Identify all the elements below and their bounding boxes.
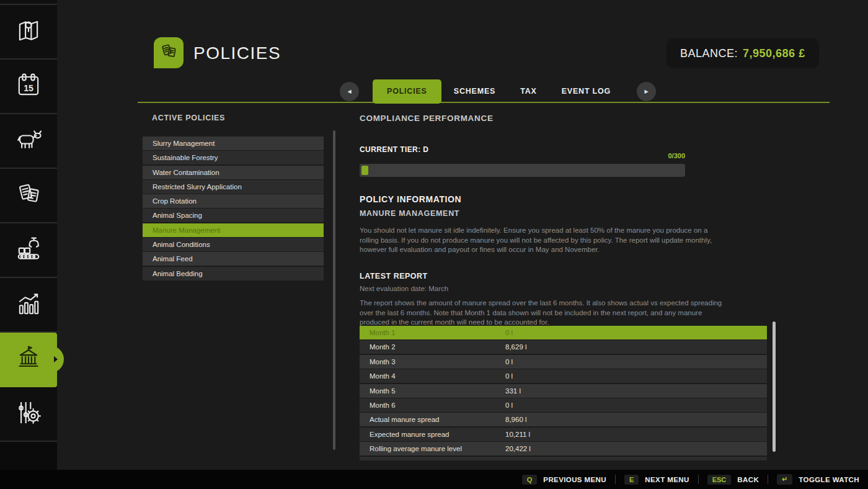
back-label: BACK (737, 476, 759, 483)
latest-report-heading: LATEST REPORT (360, 272, 428, 280)
row-label: Month 1 (360, 326, 505, 339)
policy-information-heading: POLICY INFORMATION (360, 194, 461, 204)
toggle-watch-button[interactable]: ↵ TOGGLE WATCH (777, 474, 859, 485)
table-row[interactable]: Month 5 331 l (360, 384, 767, 398)
row-label: Month 6 (360, 398, 505, 412)
policy-list-item[interactable]: Sustainable Forestry (143, 151, 324, 164)
policy-list-item[interactable]: Animal Feed (143, 252, 324, 266)
policy-name-heading: MANURE MANAGEMENT (360, 209, 459, 218)
sidebar-item-finances[interactable] (0, 333, 57, 387)
tab-schemes[interactable]: SCHEMES (441, 79, 508, 104)
tab-policies[interactable]: POLICIES (373, 79, 441, 104)
page-icon (154, 37, 184, 68)
page-title: POLICIES (193, 43, 281, 63)
table-row[interactable]: Rolling average manure level 20,422 l (360, 442, 767, 455)
policy-description: You should not let manure sit idle indef… (360, 226, 724, 255)
tab-event-log[interactable]: EVENT LOG (549, 79, 623, 104)
enter-key-icon: ↵ (777, 474, 792, 485)
row-value: 20,422 l (505, 442, 767, 455)
sidebar-nav: 15 (0, 0, 57, 470)
row-value (505, 457, 767, 460)
sliders-gear-icon (12, 397, 45, 431)
policy-list-item[interactable]: Animal Conditions (143, 238, 324, 251)
row-value: 8,960 l (505, 413, 767, 426)
table-row-selected[interactable]: Month 1 0 l (360, 326, 767, 339)
row-label: Month 5 (360, 384, 505, 398)
documents-icon (12, 178, 45, 213)
hotkey-bar: Q PREVIOUS MENU E NEXT MENU ESC BACK ↵ T… (0, 470, 868, 489)
row-label (360, 457, 505, 460)
key-esc: ESC (707, 475, 732, 485)
policy-list-item[interactable]: Animal Spacing (143, 209, 324, 222)
table-row[interactable]: Expected manure spread 10,211 l (360, 428, 767, 441)
next-evaluation-date: Next evaluation date: March (360, 285, 448, 292)
next-menu-button[interactable]: E NEXT MENU (624, 475, 689, 485)
arrow-right-icon: ▶ (645, 89, 649, 94)
policy-list-item[interactable]: Water Contamination (143, 166, 324, 179)
table-row[interactable]: Month 2 8,629 l (360, 340, 767, 354)
row-value: 8,629 l (505, 340, 767, 354)
back-button[interactable]: ESC BACK (707, 475, 759, 485)
row-label: Month 2 (360, 340, 505, 354)
report-description: The report shows the amount of manure sp… (360, 298, 724, 328)
footer-divider (615, 475, 616, 484)
policy-list-item-selected[interactable]: Manure Management (143, 223, 324, 237)
key-e: E (624, 475, 639, 485)
table-row[interactable]: Month 4 0 l (360, 369, 767, 383)
active-policies-heading: ACTIVE POLICIES (152, 114, 225, 122)
compliance-heading: COMPLIANCE PERFORMANCE (360, 114, 494, 123)
calendar-icon: 15 (12, 69, 45, 104)
policy-list-item[interactable]: Animal Bedding (143, 267, 324, 280)
tab-tax[interactable]: TAX (508, 79, 549, 104)
balance-label: BALANCE: (680, 47, 738, 60)
cow-icon (12, 123, 45, 158)
progress-fill (361, 166, 368, 175)
sidebar-item-map[interactable] (0, 5, 57, 60)
production-icon (12, 233, 45, 267)
sidebar-item-calendar[interactable]: 15 (0, 60, 57, 114)
arrow-left-icon: ◀ (347, 89, 351, 94)
table-row[interactable]: Actual manure spread 8,960 l (360, 413, 767, 426)
previous-menu-button[interactable]: Q PREVIOUS MENU (522, 475, 606, 485)
row-value: 0 l (505, 355, 767, 369)
row-label: Actual manure spread (360, 413, 505, 426)
previous-menu-label: PREVIOUS MENU (543, 476, 606, 483)
row-value: 0 l (505, 326, 767, 339)
table-row[interactable]: Month 3 0 l (360, 355, 767, 369)
next-menu-label: NEXT MENU (645, 476, 689, 483)
sidebar-item-settings[interactable] (0, 387, 57, 442)
bank-icon (12, 342, 45, 377)
footer-divider (698, 475, 699, 484)
policy-list-item[interactable]: Crop Rotation (143, 194, 324, 208)
row-label: Month 4 (360, 369, 505, 383)
footer-divider (768, 475, 768, 484)
policy-list-item[interactable]: Restricted Slurry Application (143, 180, 324, 194)
panel-scrollbar[interactable] (333, 130, 335, 450)
row-value: 10,211 l (505, 428, 767, 441)
row-value: 0 l (505, 369, 767, 383)
prev-tab-button[interactable]: ◀ (340, 82, 359, 101)
balance-display: BALANCE: 7,950,686 £ (666, 38, 819, 68)
toggle-watch-label: TOGGLE WATCH (799, 476, 859, 483)
policies-screen: 15 (0, 0, 868, 489)
progress-value-label: 0/300 (360, 152, 685, 159)
row-label: Rolling average manure level (360, 442, 505, 455)
row-value: 0 l (505, 398, 767, 412)
table-row[interactable]: Month 6 0 l (360, 398, 767, 412)
map-icon (12, 14, 45, 49)
sidebar-item-statistics[interactable] (0, 278, 57, 333)
policy-list: Slurry Management Sustainable Forestry W… (143, 137, 324, 281)
sidebar-item-animals[interactable] (0, 114, 57, 169)
key-q: Q (522, 475, 538, 485)
svg-text:15: 15 (24, 83, 33, 93)
table-row-clipped (360, 457, 767, 460)
table-scrollbar[interactable] (773, 321, 776, 452)
sidebar-item-contracts[interactable] (0, 169, 57, 223)
bar-chart-icon (12, 287, 45, 322)
sidebar-item-clipped (0, 0, 57, 5)
compliance-progress-bar (360, 164, 685, 177)
policy-list-item[interactable]: Slurry Management (143, 137, 324, 150)
sidebar-item-production[interactable] (0, 223, 57, 278)
policies-documents-icon (157, 40, 180, 65)
next-tab-button[interactable]: ▶ (637, 82, 656, 101)
